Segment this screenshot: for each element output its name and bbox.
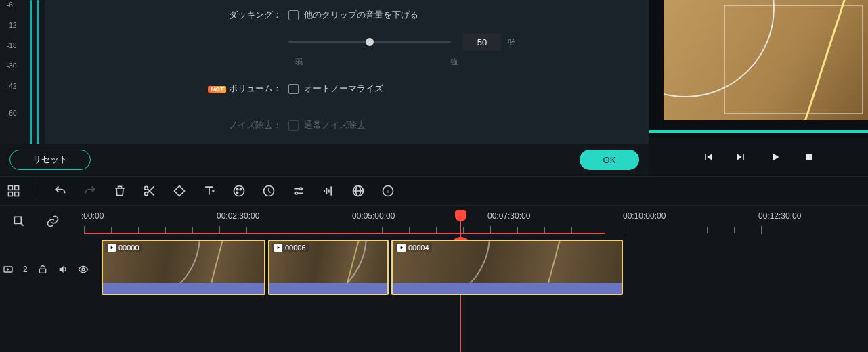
svg-rect-0 xyxy=(806,154,812,160)
noise-checkbox xyxy=(288,120,299,131)
db-tick: -60 xyxy=(7,110,16,117)
preview-monitor xyxy=(649,0,868,176)
hot-badge: HOT xyxy=(208,86,226,93)
mute-icon[interactable] xyxy=(58,264,68,275)
duration-icon[interactable]: T xyxy=(381,184,395,198)
track-number: 2 xyxy=(23,265,28,274)
svg-point-27 xyxy=(82,268,85,271)
video-track-icon[interactable] xyxy=(3,264,14,275)
clip[interactable]: 00000 xyxy=(102,240,265,295)
db-tick: -6 xyxy=(7,1,13,9)
scissors-icon[interactable] xyxy=(143,184,156,198)
audio-bars-icon[interactable] xyxy=(322,184,335,198)
svg-point-12 xyxy=(300,188,302,190)
noise-checkbox-label: 通常ノイズ除去 xyxy=(304,119,366,131)
svg-rect-14 xyxy=(324,190,325,192)
undo-icon[interactable] xyxy=(53,184,67,198)
play-icon xyxy=(274,244,282,252)
noise-label: ノイズ除去： xyxy=(58,119,288,131)
clip-track[interactable]: 00000 00006 00004 xyxy=(102,240,868,295)
globe-icon[interactable] xyxy=(351,184,365,198)
ruler-time-label: 00:05:00:00 xyxy=(352,211,395,221)
svg-point-13 xyxy=(295,192,297,194)
tag-icon[interactable] xyxy=(173,184,186,198)
track-header: 2 xyxy=(0,237,102,302)
svg-point-10 xyxy=(236,192,238,194)
svg-text:T: T xyxy=(387,188,390,194)
ducking-label: ダッキング： xyxy=(58,9,288,21)
visibility-icon[interactable] xyxy=(78,264,89,275)
adjust-icon[interactable] xyxy=(292,184,305,198)
ducking-checkbox[interactable] xyxy=(288,10,299,20)
timeline-toolbar: T xyxy=(0,176,868,206)
ok-button[interactable]: OK xyxy=(580,150,639,170)
timeline: :00:0000:02:30:0000:05:00:0000:07:30:000… xyxy=(0,206,868,352)
volume-label: HOTボリューム： xyxy=(58,83,288,95)
db-tick: -18 xyxy=(7,42,16,49)
autonormalize-checkbox[interactable] xyxy=(288,84,299,94)
preview-progress[interactable] xyxy=(649,130,868,133)
svg-rect-1 xyxy=(9,186,13,190)
ruler-time-label: 00:02:30:00 xyxy=(217,211,259,221)
slider-strong-label: 強 xyxy=(450,57,458,67)
ruler-time-label: :00:00 xyxy=(81,211,104,221)
svg-point-7 xyxy=(234,186,244,196)
stop-button[interactable] xyxy=(803,151,815,163)
svg-point-8 xyxy=(236,188,238,190)
svg-rect-3 xyxy=(9,192,13,196)
audio-properties-panel: ダッキング： 他のクリップの音量を下げる 50 % 弱 強 HOTボリューム： … xyxy=(45,0,649,176)
svg-rect-26 xyxy=(39,269,45,273)
slider-weak-label: 弱 xyxy=(295,57,303,67)
ducking-value[interactable]: 50 xyxy=(463,33,501,51)
redo-icon xyxy=(83,184,97,198)
layout-icon[interactable] xyxy=(7,184,20,198)
play-button[interactable] xyxy=(769,151,781,163)
time-ruler[interactable]: :00:0000:02:30:0000:05:00:0000:07:30:000… xyxy=(84,206,868,237)
ducking-unit: % xyxy=(508,37,516,47)
svg-rect-16 xyxy=(328,190,330,193)
svg-point-9 xyxy=(240,188,242,190)
preview-frame xyxy=(664,0,868,120)
ducking-checkbox-label: 他のクリップの音量を下げる xyxy=(304,9,418,21)
play-icon xyxy=(397,244,406,252)
reset-button[interactable]: リセット xyxy=(9,150,91,170)
ruler-time-label: 00:12:30:00 xyxy=(758,211,801,221)
clip-name: 00004 xyxy=(408,244,429,252)
prev-frame-button[interactable] xyxy=(701,151,714,163)
color-icon[interactable] xyxy=(232,184,246,198)
ruler-time-label: 00:10:00:00 xyxy=(623,211,666,221)
ducking-slider[interactable] xyxy=(288,41,451,43)
clip-name: 00006 xyxy=(285,244,306,252)
svg-rect-17 xyxy=(330,186,332,195)
lock-icon[interactable] xyxy=(37,264,48,275)
autonormalize-label: オートノーマライズ xyxy=(304,83,383,95)
link-icon[interactable] xyxy=(46,215,60,228)
play-icon xyxy=(108,244,116,252)
svg-rect-15 xyxy=(326,188,328,194)
ruler-time-label: 00:07:30:00 xyxy=(487,211,530,221)
svg-rect-2 xyxy=(15,186,19,190)
delete-icon[interactable] xyxy=(113,184,127,198)
next-frame-button[interactable] xyxy=(735,151,747,163)
db-tick: -42 xyxy=(7,83,16,90)
db-tick: -30 xyxy=(7,62,16,70)
clip[interactable]: 00006 xyxy=(268,240,389,295)
speed-icon[interactable] xyxy=(262,184,276,198)
svg-rect-4 xyxy=(15,192,19,196)
text-icon[interactable] xyxy=(202,184,216,198)
marker-add-icon[interactable] xyxy=(12,215,26,228)
clip[interactable]: 00004 xyxy=(391,240,623,295)
db-tick: -12 xyxy=(7,22,16,29)
clip-name: 00000 xyxy=(118,244,139,252)
